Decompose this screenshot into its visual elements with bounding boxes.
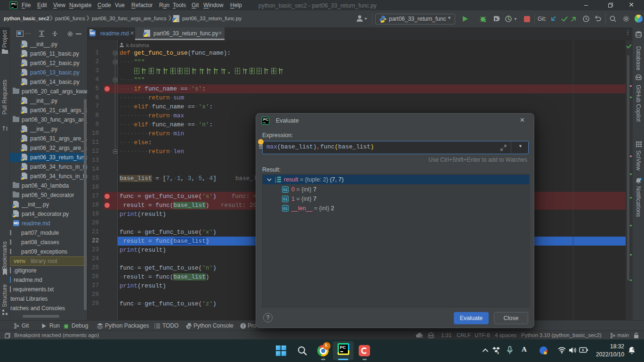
svg-text:z: z [632,347,634,351]
svg-text:3: 3 [275,181,276,183]
svg-text:z: z [497,351,499,354]
